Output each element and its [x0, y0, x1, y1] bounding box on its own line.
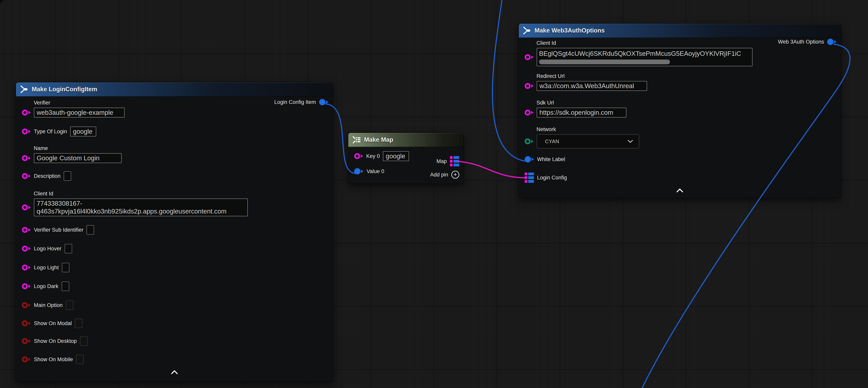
add-pin-label: Add pin — [430, 172, 448, 178]
row-name: Name Google Custom Login — [22, 145, 122, 163]
make-struct-icon — [523, 27, 531, 34]
node-header[interactable]: Make Web3AuthOptions — [519, 24, 841, 38]
sdk-url-input[interactable]: https://sdk.openlogin.com — [537, 108, 626, 118]
value-0-label: Value 0 — [367, 168, 384, 175]
pin-login-config[interactable] — [525, 173, 534, 183]
pin-map-out[interactable] — [450, 156, 459, 167]
row-verifier-sub-identifier: Verifier Sub Identifier — [22, 225, 94, 235]
pin-redirect-url[interactable] — [525, 83, 533, 89]
client-id-label: Client Id — [536, 40, 752, 46]
name-label: Name — [34, 145, 122, 151]
pin-login-config-item-out[interactable] — [319, 99, 328, 105]
key-0-input[interactable]: google — [383, 151, 409, 161]
row-client-id: Client Id BEglQSgt4cUWcj6SKRdu5QkOXTsePm… — [525, 40, 752, 66]
pin-logo-dark[interactable] — [22, 283, 31, 289]
collapse-chevron-icon[interactable] — [676, 188, 684, 193]
client-id-input[interactable]: 774338308167-q463s7kpvja16l4l0kko3nb925i… — [34, 199, 248, 216]
pin-verifier[interactable] — [22, 110, 31, 116]
pin-show-on-modal[interactable] — [22, 320, 31, 326]
pin-main-option[interactable] — [22, 302, 31, 308]
add-pin-button[interactable]: Add pin + — [430, 171, 459, 179]
pin-client-id[interactable] — [525, 54, 533, 60]
login-config-label: Login Config — [537, 175, 567, 181]
verifier-input[interactable]: web3auth-google-example — [34, 108, 125, 118]
row-network: Network CYAN — [525, 126, 639, 148]
wire-map-to-login-config[interactable] — [457, 161, 525, 178]
row-value-0: Value 0 — [354, 168, 384, 175]
row-show-on-modal: Show On Modal — [22, 319, 82, 328]
node-header[interactable]: Make Map — [348, 133, 464, 147]
pin-key-0[interactable] — [354, 153, 363, 159]
pin-web3auth-options-out[interactable] — [827, 39, 836, 45]
output-label: Login Config Item — [274, 99, 316, 105]
row-login-config: Login Config — [525, 173, 567, 183]
logo-dark-label: Logo Dark — [34, 283, 59, 290]
make-map-icon — [352, 136, 361, 144]
map-label: Map — [436, 158, 447, 165]
row-show-on-mobile: Show On Mobile — [22, 355, 84, 364]
row-white-label: White Label — [525, 156, 565, 162]
name-input[interactable]: Google Custom Login — [34, 153, 122, 163]
make-struct-icon — [20, 85, 29, 93]
pin-client-id[interactable] — [22, 204, 31, 210]
horizontal-scrollbar[interactable] — [539, 60, 670, 64]
logo-light-input[interactable] — [62, 263, 69, 272]
client-id-text: BEglQSgt4cUWcj6SKRdu5QkOXTsePmMcusG5EAoy… — [539, 49, 750, 58]
description-input[interactable] — [64, 171, 71, 181]
row-key-0: Key 0 google — [354, 151, 409, 161]
row-logo-dark: Logo Dark — [22, 281, 69, 291]
pin-sdk-url[interactable] — [525, 110, 533, 116]
client-id-input[interactable]: BEglQSgt4cUWcj6SKRdu5QkOXTsePmMcusG5EAoy… — [537, 48, 752, 66]
key-0-label: Key 0 — [366, 153, 380, 159]
logo-hover-label: Logo Hover — [34, 246, 61, 252]
show-on-mobile-checkbox[interactable] — [76, 355, 84, 364]
pin-type-of-login[interactable] — [22, 128, 31, 135]
logo-hover-input[interactable] — [65, 244, 72, 253]
graph-canvas[interactable]: Make LoginConfigItem Login Config Item V… — [0, 0, 868, 388]
chevron-down-icon — [627, 140, 633, 143]
show-on-modal-checkbox[interactable] — [75, 319, 82, 328]
output-login-config-item: Login Config Item — [274, 99, 328, 105]
network-dropdown[interactable]: CYAN — [537, 134, 639, 148]
collapse-chevron-icon[interactable] — [170, 370, 178, 375]
row-logo-hover: Logo Hover — [22, 244, 72, 253]
web3auth-options-label: Web 3Auth Options — [778, 39, 824, 45]
node-title: Make Web3AuthOptions — [534, 27, 605, 34]
pin-white-label[interactable] — [525, 156, 534, 162]
row-show-on-desktop: Show On Desktop — [22, 336, 88, 346]
output-map: Map — [436, 156, 459, 167]
show-on-modal-label: Show On Modal — [34, 320, 72, 327]
pin-show-on-mobile[interactable] — [22, 356, 31, 362]
logo-dark-input[interactable] — [62, 281, 69, 291]
row-client-id: Client Id 774338308167-q463s7kpvja16l4l0… — [22, 191, 248, 216]
row-redirect-url: Redirect Url w3a://com.w3a.Web3AuthUnrea… — [525, 73, 647, 91]
row-type-of-login: Type Of Login google — [22, 126, 96, 137]
verifier-sub-identifier-input[interactable] — [87, 225, 94, 235]
pin-logo-light[interactable] — [22, 265, 31, 270]
network-label: Network — [536, 126, 639, 132]
redirect-url-label: Redirect Url — [536, 73, 647, 79]
pin-show-on-desktop[interactable] — [22, 338, 31, 344]
sdk-url-label: Sdk Url — [536, 100, 626, 106]
main-option-label: Main Option — [34, 302, 63, 308]
type-of-login-input[interactable]: google — [70, 126, 96, 137]
node-make-map[interactable]: Make Map Key 0 google Value 0 Map Add pi… — [348, 132, 464, 184]
pin-verifier-sub-identifier[interactable] — [22, 227, 31, 233]
row-main-option: Main Option — [22, 300, 73, 310]
node-make-web3authoptions[interactable]: Make Web3AuthOptions Web 3Auth Options C… — [518, 23, 841, 198]
pin-value-0[interactable] — [354, 168, 364, 175]
node-make-loginconfigitem[interactable]: Make LoginConfigItem Login Config Item V… — [16, 82, 333, 382]
row-verifier: Verifier web3auth-google-example — [22, 100, 125, 118]
main-option-checkbox[interactable] — [66, 300, 73, 310]
verifier-label: Verifier — [34, 100, 125, 106]
pin-description[interactable] — [22, 173, 31, 179]
show-on-desktop-checkbox[interactable] — [80, 336, 88, 346]
redirect-url-input[interactable]: w3a://com.w3a.Web3AuthUnreal — [537, 81, 647, 91]
output-web3auth-options: Web 3Auth Options — [778, 39, 836, 45]
network-value: CYAN — [545, 139, 559, 145]
pin-logo-hover[interactable] — [22, 246, 31, 251]
node-header[interactable]: Make LoginConfigItem — [16, 82, 333, 97]
pin-name[interactable] — [22, 155, 31, 161]
show-on-desktop-label: Show On Desktop — [34, 338, 77, 344]
pin-network[interactable] — [525, 139, 533, 144]
